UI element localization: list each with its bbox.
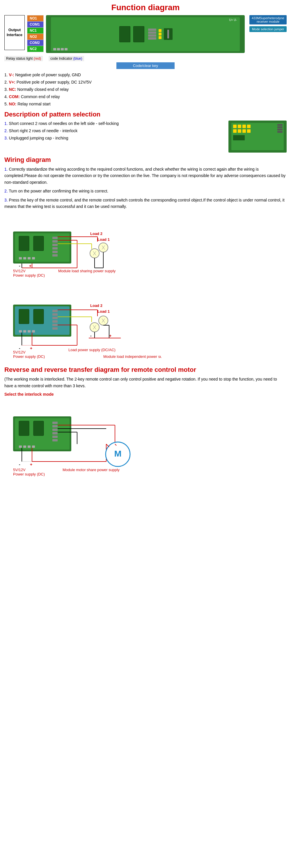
svg-rect-50 <box>19 330 22 333</box>
list-item-4: 4. COM: Common end of relay <box>4 94 287 100</box>
svg-rect-12 <box>28 257 31 259</box>
pcb-main-image: U+ U- <box>46 15 245 53</box>
svg-text:Power supply (DC): Power supply (DC) <box>13 354 45 359</box>
pcb-board: U+ U- <box>51 17 240 51</box>
right-labels: 433MSuperheterodyne receiver module Mode… <box>249 15 287 32</box>
list-item-2: 2. V+: Positive pole of power supply, DC… <box>4 79 287 85</box>
svg-rect-86 <box>19 421 29 436</box>
section-pattern-title: Description of pattern selection <box>4 111 287 118</box>
svg-rect-89 <box>53 425 58 428</box>
relay-block-2 <box>133 26 144 42</box>
svg-text:Load power supply (DC/AC): Load power supply (DC/AC) <box>68 348 116 352</box>
svg-text:-: - <box>19 462 20 467</box>
code-clear-key-label: Code/clear key <box>117 62 174 69</box>
pattern-pcb-image <box>228 121 287 153</box>
list-item-5: 5. NO: Relay normal start <box>4 101 287 107</box>
wiring-para-1: 1. Correctly standardize the wiring acco… <box>4 166 287 185</box>
relay-block-1 <box>119 26 130 42</box>
svg-rect-46 <box>53 317 58 319</box>
wiring-diagram-3: M - + 5V/12V Power supply (DC) Module mo… <box>4 399 287 481</box>
svg-rect-48 <box>53 324 58 326</box>
section-reverse-title: Reverse and reverse transfer diagram for… <box>4 366 287 374</box>
svg-rect-10 <box>19 257 22 259</box>
pin-no2: NO2 <box>27 34 43 40</box>
svg-rect-9 <box>53 254 58 256</box>
function-diagram-section: Output Interface NO1 COM1 NC1 NO2 COM2 N… <box>4 15 287 53</box>
svg-rect-11 <box>23 257 26 259</box>
svg-rect-47 <box>53 320 58 322</box>
wiring-section: 1. Correctly standardize the wiring acco… <box>4 166 287 210</box>
reverse-description: (The working mode is interlocked. The 2-… <box>4 376 287 389</box>
svg-text:Power supply (DC): Power supply (DC) <box>13 273 45 278</box>
wiring-para-3: 3. Press the key of the remote control, … <box>4 197 287 210</box>
svg-text:Module motor share power suppl: Module motor share power supply <box>63 468 120 472</box>
svg-text:+: + <box>109 333 111 338</box>
wiring-svg-1: - + Load 2 Load 1 5V/12V Power supply (D… <box>4 214 150 281</box>
svg-rect-45 <box>53 313 58 316</box>
pattern-section: 1. Short connect 2 rows of needles on th… <box>4 121 287 153</box>
svg-rect-51 <box>23 330 26 333</box>
svg-rect-43 <box>33 309 44 324</box>
wiring-svg-2: - + - + Load 2 Load 1 5V/12V Power suppl… <box>4 287 162 360</box>
svg-text:5V/12V: 5V/12V <box>13 269 26 273</box>
svg-text:Load 1: Load 1 <box>97 309 110 314</box>
svg-rect-6 <box>53 244 58 246</box>
svg-rect-49 <box>53 327 58 330</box>
svg-rect-3 <box>33 236 44 251</box>
wiring-para-2: 2. Turn on the power after confirming th… <box>4 188 287 194</box>
pattern-item-1: 1. Short connect 2 rows of needles on th… <box>4 121 226 127</box>
svg-text:Load 2: Load 2 <box>90 303 102 308</box>
pin-no1: NO1 <box>27 16 43 22</box>
pin-nc1: NC1 <box>27 28 43 34</box>
page-title: Function diagram <box>4 3 287 12</box>
svg-rect-13 <box>32 257 35 259</box>
relay-status-annotation: Relay status light (red) <box>4 56 43 61</box>
section-wiring-title: Wiring diagram <box>4 156 287 164</box>
svg-text:5V/12V: 5V/12V <box>13 350 26 354</box>
pattern-text-area: 1. Short connect 2 rows of needles on th… <box>4 121 226 153</box>
svg-text:Load 1: Load 1 <box>97 237 110 242</box>
svg-text:5V/12V: 5V/12V <box>13 468 26 472</box>
svg-rect-42 <box>19 309 29 324</box>
svg-rect-95 <box>23 445 26 448</box>
svg-rect-97 <box>32 445 35 448</box>
svg-text:Module load sharing power supp: Module load sharing power supply <box>58 269 116 273</box>
svg-rect-92 <box>53 436 58 438</box>
svg-text:Load 2: Load 2 <box>90 231 102 236</box>
wiring-diagram-2: - + - + Load 2 Load 1 5V/12V Power suppl… <box>4 287 287 361</box>
mode-label: Mode selection jumper <box>249 26 287 32</box>
svg-rect-88 <box>53 422 58 424</box>
svg-rect-7 <box>53 247 58 250</box>
svg-rect-5 <box>53 240 58 243</box>
pin-com1: COM1 <box>27 22 43 28</box>
list-item-3: 3. NC: Normally closed end of relay <box>4 87 287 93</box>
svg-rect-8 <box>53 251 58 253</box>
pin-nc2: NC2 <box>27 46 43 52</box>
output-interface-label: Output Interface <box>4 15 25 50</box>
pattern-item-2: 2. Short right 2 rows of needle - interl… <box>4 128 226 134</box>
receiver-label: 433MSuperheterodyne receiver module <box>249 15 287 25</box>
svg-text:+: + <box>30 462 32 467</box>
svg-rect-44 <box>53 310 58 312</box>
svg-rect-2 <box>19 236 29 251</box>
list-item-1: 1. V-: Negative pole of power supply, GN… <box>4 72 287 78</box>
svg-text:+: + <box>30 346 32 350</box>
mode-select-label: Select the interlock mode <box>4 392 287 397</box>
svg-rect-87 <box>33 421 44 436</box>
wiring-svg-3: M - + 5V/12V Power supply (DC) Module mo… <box>4 399 162 480</box>
svg-text:Power supply (DC): Power supply (DC) <box>13 472 45 476</box>
svg-rect-90 <box>53 429 58 431</box>
code-indicator-annotation: code Indicator (blue) <box>48 56 84 61</box>
svg-text:-: - <box>90 333 92 338</box>
interface-pins: NO1 COM1 NC1 NO2 COM2 NC2 <box>27 15 44 52</box>
svg-text:Module load independent power : Module load independent power supply <box>103 354 162 359</box>
svg-rect-93 <box>53 439 58 441</box>
pin-com2: COM2 <box>27 40 43 46</box>
pattern-item-3: 3. Unplugged jumping cap - inching <box>4 135 226 141</box>
svg-rect-52 <box>28 330 31 333</box>
svg-text:-: - <box>19 264 20 268</box>
svg-rect-53 <box>32 330 35 333</box>
svg-rect-4 <box>53 237 58 239</box>
wiring-diagram-1: - + Load 2 Load 1 5V/12V Power supply (D… <box>4 214 287 282</box>
svg-text:M: M <box>115 449 122 458</box>
